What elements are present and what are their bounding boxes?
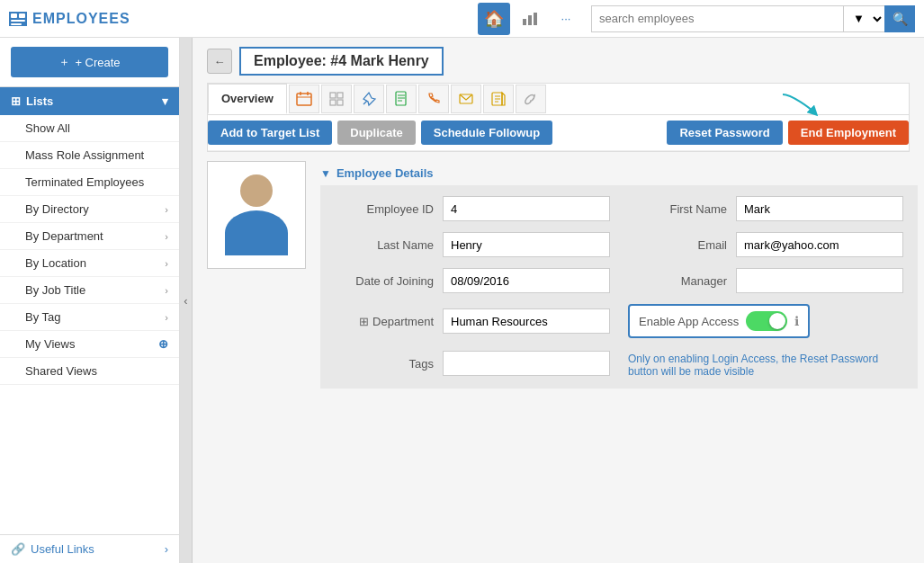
more-nav-btn[interactable]: ···	[550, 3, 582, 35]
search-bar: ▼ 🔍	[591, 5, 915, 32]
svg-rect-14	[330, 100, 336, 105]
chevron-right-icon: ›	[165, 258, 168, 269]
tab-note-icon[interactable]	[483, 85, 514, 113]
tags-input[interactable]	[443, 351, 610, 376]
chart-icon	[522, 12, 538, 26]
email-input[interactable]	[736, 232, 903, 257]
date-of-joining-label: Date of Joining	[335, 274, 434, 288]
form-row-department: ⊞ Department	[335, 304, 610, 338]
date-of-joining-input[interactable]	[443, 268, 610, 293]
section-chevron-icon: ▼	[320, 167, 331, 180]
add-to-target-button[interactable]: Add to Target List	[208, 121, 332, 145]
toggle-knob	[769, 313, 785, 329]
sidebar-item-by-tag[interactable]: By Tag ›	[0, 304, 179, 331]
employees-logo-icon	[9, 12, 27, 26]
search-dropdown[interactable]: ▼	[843, 5, 884, 32]
sidebar-collapse-handle[interactable]: ‹	[180, 38, 193, 563]
lists-grid-icon: ⊞	[11, 94, 21, 108]
sidebar-item-by-location[interactable]: By Location ›	[0, 250, 179, 277]
actions-bar: Add to Target List Duplicate Schedule Fo…	[208, 115, 909, 151]
email-svg-icon	[458, 91, 474, 107]
tab-calendar-icon[interactable]	[289, 85, 319, 113]
reset-password-button[interactable]: Reset Password	[667, 121, 782, 145]
chart-nav-btn[interactable]	[514, 3, 546, 35]
employee-id-input[interactable]	[443, 196, 610, 221]
sidebar-lists-header[interactable]: ⊞ Lists ▾	[0, 87, 179, 115]
form-row-date-joining: Date of Joining	[335, 268, 610, 293]
email-label: Email	[628, 238, 727, 252]
employee-form-grid: Employee ID First Name Last Name Email	[320, 185, 918, 389]
enable-app-access-container: Enable App Access ℹ	[628, 304, 810, 338]
svg-rect-1	[11, 13, 17, 18]
back-arrow-icon: ←	[214, 55, 226, 68]
sidebar-item-mass-role[interactable]: Mass Role Assignment	[0, 142, 179, 169]
tab-grid-icon[interactable]	[321, 85, 352, 113]
dept-grid-icon: ⊞	[359, 315, 372, 328]
phone-svg-icon	[426, 91, 442, 107]
tab-email-icon[interactable]	[451, 85, 481, 113]
svg-rect-8	[297, 94, 311, 105]
search-input[interactable]	[591, 5, 843, 32]
sidebar-lists-section: ⊞ Lists ▾ Show All Mass Role Assignment …	[0, 86, 179, 385]
svg-rect-7	[534, 13, 537, 25]
last-name-input[interactable]	[443, 232, 610, 257]
end-employment-button[interactable]: End Employment	[788, 121, 909, 145]
tab-phone-icon[interactable]	[418, 85, 449, 113]
top-header: EMPLOYEES 🏠 ··· ▼ 🔍	[0, 0, 924, 38]
top-nav: 🏠 ···	[478, 3, 582, 35]
avatar-head	[240, 174, 273, 207]
sidebar: ＋ + Create ⊞ Lists ▾ Show All Mass Role …	[0, 38, 180, 563]
enable-app-access-label: Enable App Access	[639, 315, 739, 328]
tabs-container: Overview	[207, 83, 910, 152]
duplicate-button[interactable]: Duplicate	[337, 121, 416, 145]
avatar-figure	[225, 174, 288, 255]
sidebar-item-my-views[interactable]: My Views ⊕	[0, 331, 179, 358]
content-area: ← Employee: #4 Mark Henry Overview	[193, 38, 924, 563]
tab-overview[interactable]: Overview	[208, 84, 287, 114]
employee-id-label: Employee ID	[335, 202, 434, 216]
logo-area: EMPLOYEES	[9, 11, 130, 27]
sidebar-item-by-job-title[interactable]: By Job Title ›	[0, 277, 179, 304]
employee-details-header[interactable]: ▼ Employee Details	[320, 161, 918, 185]
tab-pin-icon[interactable]	[354, 85, 384, 113]
sidebar-bottom: 🔗 Useful Links ›	[0, 534, 179, 563]
sidebar-item-show-all[interactable]: Show All	[0, 115, 179, 142]
info-icon[interactable]: ℹ	[794, 314, 799, 328]
tags-label: Tags	[335, 357, 434, 371]
chevron-right-icon: ›	[165, 231, 168, 242]
search-button[interactable]: 🔍	[884, 5, 915, 32]
hint-text-container: Only on enabling Login Access, the Reset…	[628, 349, 903, 378]
svg-rect-6	[528, 15, 532, 25]
home-nav-btn[interactable]: 🏠	[478, 3, 510, 35]
arrow-annotation	[747, 90, 819, 117]
useful-links-label: Useful Links	[31, 542, 94, 556]
svg-rect-4	[11, 23, 22, 25]
svg-rect-15	[337, 100, 343, 105]
page-title: Employee: #4 Mark Henry	[239, 47, 444, 76]
sidebar-item-shared-views[interactable]: Shared Views	[0, 358, 179, 385]
sidebar-item-by-department[interactable]: By Department ›	[0, 223, 179, 250]
manager-input[interactable]	[736, 268, 903, 293]
enable-app-access-toggle[interactable]	[746, 311, 787, 331]
link-icon: 🔗	[11, 542, 25, 556]
department-input[interactable]	[443, 308, 610, 334]
logo-text: EMPLOYEES	[32, 11, 130, 27]
tab-attach-icon[interactable]	[516, 85, 546, 113]
pin-svg-icon	[361, 91, 377, 107]
form-row-enable-app-access: Enable App Access ℹ	[628, 304, 903, 338]
svg-rect-5	[523, 19, 526, 25]
schedule-followup-button[interactable]: Schedule Followup	[421, 121, 552, 145]
last-name-label: Last Name	[335, 238, 434, 252]
form-row-manager: Manager	[628, 268, 903, 293]
grid-svg-icon	[328, 91, 345, 107]
back-button[interactable]: ←	[207, 49, 232, 74]
create-button[interactable]: ＋ + Create	[11, 47, 168, 77]
sidebar-item-terminated[interactable]: Terminated Employees	[0, 169, 179, 196]
svg-rect-13	[337, 93, 343, 98]
sidebar-item-by-directory[interactable]: By Directory ›	[0, 196, 179, 223]
avatar-box	[207, 161, 306, 269]
useful-links-arrow-icon: ›	[165, 542, 168, 556]
tab-doc-icon[interactable]	[386, 85, 417, 113]
sidebar-item-useful-links[interactable]: 🔗 Useful Links ›	[0, 534, 179, 563]
first-name-input[interactable]	[736, 196, 903, 221]
